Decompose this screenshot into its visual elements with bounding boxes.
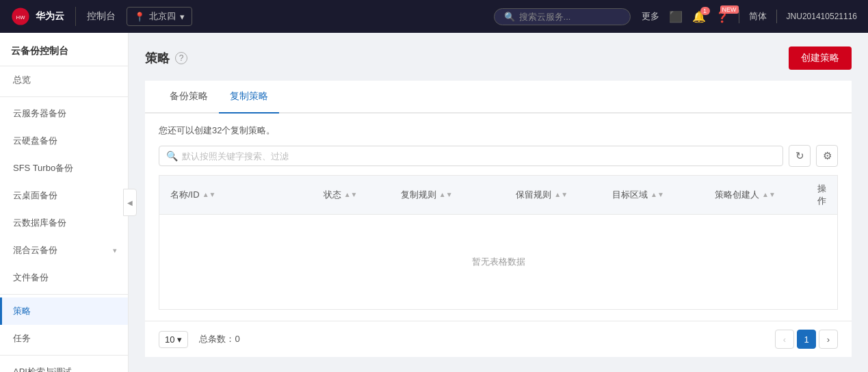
page-title-row: 策略 ? [145,50,187,66]
col-header-keep: 保留规则 ▲▼ [505,183,601,207]
col-header-action: 操作 [806,183,837,207]
svg-text:HW: HW [16,14,26,21]
sidebar-item-label: API检索与调试 [13,366,72,372]
sidebar-item-label: 文件备份 [13,271,49,284]
sort-icon-name[interactable]: ▲▼ [202,191,216,198]
nav-divider-2 [776,10,777,23]
sort-icon-creator[interactable]: ▲▼ [762,191,776,198]
expand-icon: ▾ [113,246,117,255]
sidebar-item-database[interactable]: 云数据库备份 [0,209,128,237]
logo-area: HW 华为云 [11,7,76,26]
console-link[interactable]: 控制台 [87,10,116,23]
brand-name: 华为云 [36,10,64,23]
policy-card: 备份策略 复制策略 您还可以创建32个复制策略。 🔍 ↻ ⚙ [145,81,852,357]
sidebar-item-overview[interactable]: 总览 [0,66,128,94]
global-search[interactable]: 🔍 [494,8,631,25]
total-count-text: 总条数：0 [199,333,239,345]
search-input-wrap[interactable]: 🔍 [159,146,783,166]
more-label[interactable]: 更多 [642,10,659,23]
page-size-selector[interactable]: 10 ▾ [159,331,188,348]
search-input[interactable] [182,151,776,161]
sidebar-item-label: 总览 [13,74,31,86]
sidebar-item-label: 云服务器备份 [13,107,66,120]
policy-tabs: 备份策略 复制策略 [145,81,852,114]
col-header-target: 目标区域 ▲▼ [601,183,704,207]
help-question-icon[interactable]: ? [175,52,187,64]
global-search-input[interactable] [519,12,615,22]
col-action-label: 操作 [817,183,826,207]
col-header-rule: 复制规则 ▲▼ [390,183,505,207]
sidebar-item-file[interactable]: 文件备份 [0,264,128,291]
page-size-value: 10 [165,334,174,345]
sidebar-item-label: 策略 [13,305,31,317]
empty-state: 暂无表格数据 [159,215,837,309]
tab-replication-label: 复制策略 [230,90,268,101]
sidebar-item-label: 云硬盘备份 [13,135,57,147]
language-switcher[interactable]: 简体 [749,10,767,23]
col-rule-label: 复制规则 [401,189,436,201]
col-status-label: 状态 [324,189,341,201]
sidebar-item-sfs-turbo[interactable]: SFS Turbo备份 [0,155,128,182]
chevron-down-icon: ▾ [180,12,185,22]
col-target-label: 目标区域 [612,189,648,201]
sidebar-item-label: 任务 [13,332,31,345]
sidebar-item-api[interactable]: API检索与调试 [0,358,128,372]
content-area: 您还可以创建32个复制策略。 🔍 ↻ ⚙ 名称/ID ▲▼ [145,114,852,321]
col-header-creator: 策略创建人 ▲▼ [704,183,806,207]
col-keep-label: 保留规则 [516,189,551,201]
sidebar-item-label: 混合云备份 [13,244,57,256]
search-bar: 🔍 ↻ ⚙ [159,145,838,167]
sort-icon-rule[interactable]: ▲▼ [439,191,453,198]
sidebar-item-policy[interactable]: 策略 [0,297,128,325]
new-badge: NEW [720,5,739,14]
prev-page-button[interactable]: ‹ [775,330,794,349]
help-icon[interactable]: ❓NEW [715,10,729,23]
sort-icon-keep[interactable]: ▲▼ [554,191,568,198]
sidebar-divider-3 [0,355,128,356]
search-icon: 🔍 [504,12,515,22]
sidebar-item-desktop[interactable]: 云桌面备份 [0,182,128,209]
tab-backup-label: 备份策略 [170,90,208,101]
top-navigation: HW 华为云 控制台 📍 北京四 ▾ 🔍 更多 ⬛ 🔔1 ❓NEW 简体 JNU… [0,0,868,33]
table-header: 名称/ID ▲▼ 状态 ▲▼ 复制规则 ▲▼ 保留规则 [159,176,837,215]
tab-replication[interactable]: 复制策略 [219,81,279,114]
sidebar-wrapper: 云备份控制台 总览 云服务器备份 云硬盘备份 SFS Turbo备份 云桌面备份… [0,33,129,372]
page-title: 策略 [145,50,170,66]
data-table: 名称/ID ▲▼ 状态 ▲▼ 复制规则 ▲▼ 保留规则 [159,175,838,310]
nav-divider [739,10,739,23]
huawei-logo-icon: HW [11,7,30,26]
col-header-name: 名称/ID ▲▼ [159,183,313,207]
export-icon[interactable]: ⬛ [669,10,683,23]
next-page-button[interactable]: › [819,330,838,349]
col-creator-label: 策略创建人 [715,189,759,201]
page-size-dropdown-icon: ▾ [177,334,182,345]
sidebar-item-label: 云数据库备份 [13,217,66,229]
info-text: 您还可以创建32个复制策略。 [159,124,838,137]
sidebar-divider-1 [0,96,128,97]
user-menu[interactable]: JNU201410521116 [787,12,857,21]
main-content: 策略 ? 创建策略 备份策略 复制策略 您还可以创建32个复制策略。 [129,33,868,372]
tab-backup[interactable]: 备份策略 [159,81,219,114]
col-header-status: 状态 ▲▼ [313,183,390,207]
create-policy-button[interactable]: 创建策略 [789,46,852,70]
settings-button[interactable]: ⚙ [816,145,838,167]
page-navigation: ‹ 1 › [775,330,838,349]
sidebar-item-task[interactable]: 任务 [0,325,128,352]
nav-actions: 更多 ⬛ 🔔1 ❓NEW 简体 JNU201410521116 [642,10,857,23]
sort-icon-target[interactable]: ▲▼ [650,191,664,198]
page-1-button[interactable]: 1 [797,330,816,349]
page-header: 策略 ? 创建策略 [145,46,852,70]
sidebar-item-cloud-server[interactable]: 云服务器备份 [0,100,128,127]
region-selector[interactable]: 📍 北京四 ▾ [127,7,192,26]
sidebar-item-label: SFS Turbo备份 [13,162,73,174]
refresh-button[interactable]: ↻ [789,145,811,167]
notification-icon[interactable]: 🔔1 [692,10,706,23]
search-icon: 🔍 [166,150,178,161]
sidebar-item-hybrid[interactable]: 混合云备份 ▾ [0,237,128,264]
sidebar-item-cloud-disk[interactable]: 云硬盘备份 [0,127,128,155]
notification-badge: 1 [700,7,710,15]
sidebar-collapse-button[interactable]: ◀ [123,189,137,216]
sidebar-title: 云备份控制台 [0,33,128,66]
sort-icon-status[interactable]: ▲▼ [344,191,358,198]
sidebar-divider-2 [0,294,128,295]
